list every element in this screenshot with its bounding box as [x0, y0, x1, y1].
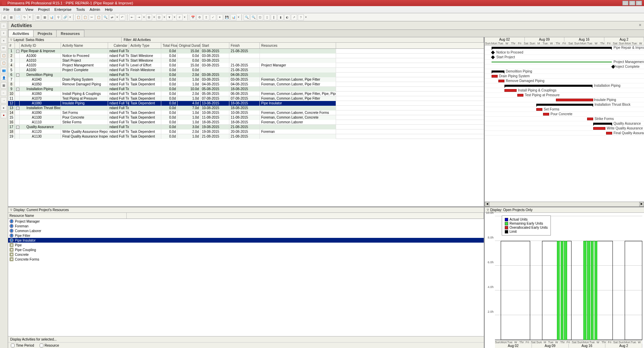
resource-item[interactable]: ◆Concrete: [8, 252, 484, 257]
resource-item[interactable]: 👤Common Laborer: [8, 228, 484, 233]
layout-dropdown-icon[interactable]: ▽: [10, 38, 12, 41]
outdent-icon[interactable]: ⇥: [136, 14, 142, 20]
rel-icon[interactable]: ↗: [291, 14, 297, 20]
activity-row[interactable]: 12A1080Insulate Pipingndard Full TimeTas…: [8, 101, 484, 106]
activity-row[interactable]: 2A1000Notice to Proceedndard Full TimeSt…: [8, 54, 484, 58]
activity-grid[interactable]: # Activity ID Activity Name Calendar Act…: [8, 43, 484, 206]
gantt-bar[interactable]: [606, 132, 612, 135]
dock-pred-icon[interactable]: ←: [1, 90, 7, 96]
col-type[interactable]: Activity Type: [129, 43, 161, 48]
resource-list[interactable]: 👤Project Manager👤Foreman👤Common Laborer👤…: [8, 219, 484, 336]
activity-row[interactable]: 11A1070Test Piping at Pressurendard Full…: [8, 96, 484, 101]
activity-row[interactable]: 7A1040Drain Piping Systemndard Full Time…: [8, 77, 484, 82]
menu-tools[interactable]: Tools: [74, 7, 87, 12]
gantt-bar[interactable]: [498, 80, 504, 82]
menu-enterprise[interactable]: Enterprise: [53, 7, 74, 12]
activity-row[interactable]: 8A1050Remove Damaged Pipingndard Full Ti…: [8, 82, 484, 87]
undo-icon[interactable]: ↶: [119, 14, 125, 20]
dock-step-icon[interactable]: ▸: [1, 105, 7, 111]
doc-icon[interactable]: 📄: [15, 14, 21, 20]
resource-item[interactable]: ◆Pipe: [8, 243, 484, 247]
menu-project[interactable]: Project: [36, 7, 51, 12]
print-icon[interactable]: 🖨: [1, 14, 7, 20]
zoom-out-icon[interactable]: 🔍: [250, 14, 256, 20]
gantt-bar[interactable]: [504, 89, 517, 92]
gantt-bar[interactable]: [517, 94, 523, 97]
split-icon[interactable]: ▯: [264, 14, 270, 20]
res-col-name[interactable]: Resource Name: [8, 213, 127, 219]
activity-row[interactable]: 9-Installation Pipingndard Full Time0.0d…: [8, 87, 484, 91]
store-icon[interactable]: 💾: [224, 14, 230, 20]
gantt-bar[interactable]: [543, 113, 549, 116]
collapse-icon[interactable]: -: [16, 126, 19, 129]
activity-row[interactable]: 17-Quality Assurancendard Full Time0.0d3…: [8, 125, 484, 129]
activity-row[interactable]: 13-Installation Thrust Blockndard Full T…: [8, 106, 484, 110]
dock-home-icon[interactable]: ⌂: [1, 23, 7, 29]
dock-add-icon[interactable]: +: [1, 30, 7, 36]
gantt-bar[interactable]: [492, 47, 612, 49]
gantt-bar[interactable]: [491, 50, 495, 54]
activity-row[interactable]: 1-Pipe Repair & Improvendard Full Time0.…: [8, 49, 484, 54]
report-icon[interactable]: 📊: [230, 14, 236, 20]
col-finish[interactable]: Finish: [229, 43, 260, 48]
activity-row[interactable]: 3A1010Start Projectndard Full TimeStart …: [8, 58, 484, 63]
tab-resources[interactable]: Resources: [56, 30, 84, 37]
gantt-bar[interactable]: [587, 118, 593, 120]
cols-icon[interactable]: ‖: [271, 14, 277, 20]
menu-edit[interactable]: Edit: [12, 7, 23, 12]
res-dropdown-icon[interactable]: ▽: [10, 208, 12, 211]
scroll-left-icon[interactable]: ◀: [485, 202, 490, 206]
resource-item[interactable]: ◆Pipe Coupling: [8, 247, 484, 252]
gantt-bar[interactable]: [593, 127, 605, 130]
spell-icon[interactable]: ✓: [210, 14, 216, 20]
zoom-in-icon[interactable]: 🔍: [244, 14, 250, 20]
indent-icon[interactable]: ⇤: [129, 14, 135, 20]
scroll-right-icon[interactable]: ▶: [639, 202, 644, 206]
minimize-button[interactable]: _: [622, 1, 628, 5]
menu-help[interactable]: Help: [103, 7, 115, 12]
activity-row[interactable]: 19A1130Final Quality Assurance Inspectio…: [8, 134, 484, 139]
dock-succ-icon[interactable]: →: [1, 97, 7, 103]
gantt-bar[interactable]: [491, 55, 495, 59]
link-icon[interactable]: 🔗: [62, 14, 68, 20]
collapse-icon[interactable]: -: [16, 74, 19, 77]
resource-item[interactable]: 👤Project Manager: [8, 219, 484, 224]
activity-row[interactable]: 10A1060Install Piping & Couplingsndard F…: [8, 91, 484, 96]
col-num[interactable]: #: [8, 43, 15, 48]
hash-icon[interactable]: #: [176, 14, 183, 20]
dock-cut-icon[interactable]: ✂: [1, 45, 7, 51]
maximize-button[interactable]: □: [629, 1, 635, 5]
calc-icon[interactable]: Σ: [203, 14, 209, 20]
zoom-fit-icon[interactable]: ⊡: [257, 14, 263, 20]
dock-cost-icon[interactable]: ●: [1, 112, 7, 118]
chart-icon[interactable]: 📊: [48, 14, 55, 20]
expand-icon[interactable]: ⊞: [146, 14, 152, 20]
grid-icon[interactable]: ▦: [42, 14, 48, 20]
dock-code-icon[interactable]: ▦: [1, 82, 7, 88]
pastesp-icon[interactable]: 📋: [96, 14, 102, 20]
collapse-icon[interactable]: -: [16, 107, 19, 110]
schedule-icon[interactable]: 📅: [190, 14, 196, 20]
activity-row[interactable]: 5A1030Project Completendard Full TimeFin…: [8, 68, 484, 73]
collapse-icon[interactable]: ⊟: [156, 14, 162, 20]
menu-view[interactable]: View: [23, 7, 36, 12]
time-period-checkbox[interactable]: Time Period: [11, 344, 34, 347]
col-duration[interactable]: Original Duration: [178, 43, 201, 48]
collapse-icon[interactable]: -: [16, 88, 19, 91]
gantt-bar[interactable]: [492, 70, 504, 73]
menu-file[interactable]: File: [1, 7, 12, 12]
gantt-chart[interactable]: Aug 02Aug 09Aug 16Aug 2 SunMonTueWThrFri…: [485, 37, 644, 206]
paste-icon[interactable]: 📋: [82, 14, 88, 20]
refresh-icon[interactable]: ↻: [22, 14, 28, 20]
wand-icon[interactable]: ✦: [217, 14, 223, 20]
col-calendar[interactable]: Calendar: [108, 43, 129, 48]
activity-row[interactable]: 16A1110Strike Formsndard Full TimeTask D…: [8, 120, 484, 125]
prog-icon[interactable]: ◐: [284, 14, 290, 20]
gantt-bar[interactable]: [593, 123, 612, 125]
activity-row[interactable]: 15A1100Pour Concretendard Full TimeTask …: [8, 115, 484, 120]
funnel-icon[interactable]: ▼: [166, 14, 172, 20]
level-icon[interactable]: ⚙: [196, 14, 203, 20]
preview-icon[interactable]: ▦: [8, 14, 14, 20]
tab-activities[interactable]: Activities: [8, 30, 34, 37]
cut-icon[interactable]: ✂: [89, 14, 95, 20]
